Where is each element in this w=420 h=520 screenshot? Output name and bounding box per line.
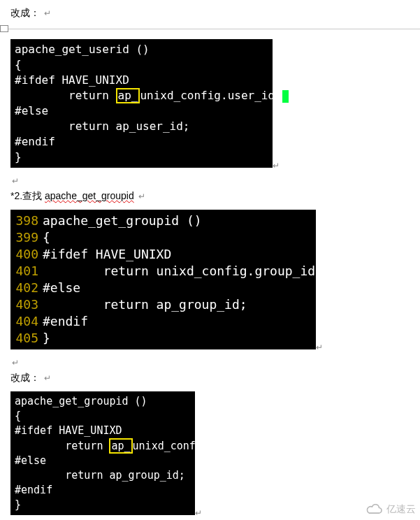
ruler-tab-marker	[0, 25, 8, 32]
label-change-to: 改成：	[10, 372, 40, 383]
para-mark-icon: ↵	[44, 8, 51, 18]
cloud-icon	[365, 503, 384, 516]
watermark-text: 亿速云	[386, 503, 416, 516]
empty-paragraph: ↵	[10, 356, 410, 368]
highlight-ap-2: ap_	[109, 438, 132, 454]
code-block-3: apache_get_groupid () { #ifdef HAVE_UNIX…	[10, 391, 195, 515]
code-line: #ifdef HAVE_UNIXD	[43, 247, 171, 261]
ruler-line	[0, 29, 420, 29]
line-number: 402	[15, 280, 38, 296]
step2-target: apache_get_groupid	[45, 190, 134, 201]
code-line: #endif	[43, 314, 88, 328]
code-line: return ap_group_id;	[43, 297, 247, 312]
para-mark-icon: ↵	[12, 358, 19, 368]
text-change-to-2: 改成： ↵	[10, 372, 410, 384]
line-number: 405	[15, 330, 38, 347]
para-mark-icon: ↵	[44, 373, 51, 383]
word-ruler	[0, 24, 420, 34]
line-number: 399	[15, 229, 38, 246]
code-line: #else	[43, 280, 80, 295]
text-change-to-1: 改成： ↵	[10, 7, 410, 20]
line-number: 400	[15, 246, 38, 263]
document-body: 改成： ↵ apache_get_userid () { #ifdef HAVE…	[0, 0, 420, 520]
code-block-1-wrap: apache_get_userid () { #ifdef HAVE_UNIXD…	[10, 36, 410, 171]
code-line: apache_get_groupid ()	[43, 213, 202, 228]
watermark: 亿速云	[365, 503, 416, 516]
empty-paragraph: ↵	[10, 175, 410, 186]
code-block-3-wrap: apache_get_groupid () { #ifdef HAVE_UNIX…	[10, 389, 410, 518]
code-line: }	[43, 331, 50, 345]
code-block-2: 398apache_get_groupid () 399{ 400#ifdef …	[10, 210, 316, 349]
text-step2: *2.查找 apache_get_groupid ↵	[10, 190, 410, 203]
line-number: 404	[15, 313, 38, 330]
para-mark-icon: ↵	[273, 161, 280, 171]
code-line: {	[43, 230, 50, 245]
code-block-2-wrap: 398apache_get_groupid () 399{ 400#ifdef …	[10, 207, 410, 352]
label-change-to: 改成：	[10, 7, 40, 18]
para-mark-icon: ↵	[12, 176, 19, 186]
para-mark-icon: ↵	[195, 508, 202, 518]
para-mark-icon: ↵	[138, 192, 145, 201]
text-cursor-icon	[282, 90, 289, 103]
line-number: 401	[15, 263, 38, 280]
highlight-ap-1: ap_	[116, 88, 140, 103]
code-block-1: apache_get_userid () { #ifdef HAVE_UNIXD…	[10, 39, 273, 168]
line-number: 398	[15, 212, 38, 229]
step2-prefix: *2.查找	[10, 190, 45, 201]
para-mark-icon: ↵	[316, 342, 323, 352]
line-number: 403	[15, 296, 38, 313]
code-line: return unixd_config.group_id;	[43, 263, 323, 278]
